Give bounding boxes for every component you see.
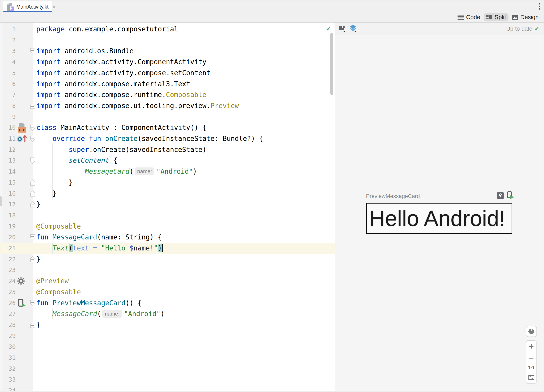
code-text: import androidx.activity.compose.setCont… [36, 67, 210, 78]
fold-region-start-marker[interactable] [30, 125, 35, 131]
overrides-method-icon[interactable] [17, 134, 28, 144]
line-number: 17 [0, 199, 16, 210]
editor-scrollbar[interactable] [330, 33, 333, 95]
code-line[interactable]: 15 } [0, 177, 335, 188]
code-text: } [36, 199, 40, 210]
fold-region-start-marker[interactable] [30, 157, 35, 164]
view-code-button[interactable]: Code [455, 13, 483, 21]
pan-button[interactable] [526, 326, 537, 337]
code-text: MessageCard(name:"Android") [36, 166, 197, 177]
code-line[interactable]: 21 Text(text = "Hello $name!") [0, 243, 335, 254]
preview-settings-gear-icon[interactable] [17, 277, 25, 286]
parameter-hint-chip: name: [135, 167, 154, 175]
code-line[interactable]: 18 [0, 210, 335, 221]
fit-to-screen-icon[interactable] [528, 373, 535, 382]
code-line[interactable]: 16 } [0, 188, 335, 199]
zoom-in-button[interactable]: + [529, 342, 534, 351]
code-line[interactable]: 32 [0, 363, 335, 374]
code-line[interactable]: 24@Preview [0, 276, 335, 286]
fold-region-start-marker[interactable] [30, 300, 35, 306]
preview-rendered-frame[interactable]: Hello Android! [366, 203, 512, 234]
code-editor[interactable]: ✔ 1package com.example.composetutorial23… [0, 23, 335, 391]
code-line[interactable]: 25@Composable [0, 286, 335, 297]
more-options-icon[interactable] [538, 3, 542, 10]
code-line[interactable]: 5import androidx.activity.compose.setCon… [0, 67, 335, 78]
code-line[interactable]: 13 setContent { [0, 155, 335, 166]
code-line[interactable]: 34 [0, 385, 335, 391]
code-line[interactable]: 26fun PreviewMessageCard() { [0, 297, 335, 309]
code-token: (name: String) { [97, 233, 162, 241]
code-line[interactable]: 7import androidx.compose.runtime.Composa… [0, 89, 335, 100]
code-token [101, 135, 105, 143]
tab-mainactivity[interactable]: MainActivity.kt × [3, 1, 52, 12]
fold-region-end-marker[interactable] [30, 201, 35, 208]
preview-canvas[interactable]: PreviewMessageCard Hello Android! [335, 35, 544, 391]
fold-region-end-marker[interactable] [30, 322, 35, 328]
line-number: 11 [0, 133, 16, 144]
code-line[interactable]: 23 [0, 265, 335, 276]
code-token: .onCreate(savedInstanceState) [89, 146, 206, 154]
run-preview-device-icon[interactable] [506, 191, 514, 200]
layers-icon[interactable] [349, 24, 358, 33]
fold-region-end-marker[interactable] [30, 256, 35, 262]
interactive-preview-icon[interactable] [497, 192, 504, 200]
code-text: fun PreviewMessageCard() { [36, 297, 142, 309]
code-token: () { [125, 299, 142, 307]
fold-region-end-marker[interactable] [30, 179, 35, 186]
code-line[interactable]: 2 [0, 35, 335, 46]
code-token: @Preview [36, 277, 69, 285]
code-line[interactable]: 19@Composable [0, 221, 335, 232]
code-line[interactable]: 27 MessageCard(name:"Android") [0, 308, 335, 319]
code-line[interactable]: 31 [0, 352, 335, 363]
zoom-actual-size-button[interactable]: 1:1 [528, 365, 535, 370]
line-number: 12 [0, 144, 16, 155]
line-number: 34 [0, 385, 16, 391]
fold-region-end-marker[interactable] [30, 103, 35, 109]
fold-region-end-marker[interactable] [30, 190, 35, 197]
fold-region-start-marker[interactable] [30, 234, 35, 240]
active-tab-indicator [3, 11, 52, 12]
code-line[interactable]: 29 [0, 330, 335, 341]
close-icon[interactable]: × [52, 4, 56, 10]
code-line[interactable]: 20fun MessageCard(name: String) { [0, 232, 335, 243]
code-token: override [52, 135, 85, 143]
code-text: Text(text = "Hello $name!") [36, 243, 163, 254]
design-view-icon [512, 15, 518, 20]
code-line[interactable]: 8import androidx.compose.ui.tooling.prev… [0, 100, 335, 111]
code-line[interactable]: 22} [0, 254, 335, 265]
kotlin-file-icon [6, 2, 14, 11]
code-line[interactable]: 6import androidx.compose.material3.Text [0, 78, 335, 89]
code-token: (savedInstanceState: Bundle?) { [138, 135, 263, 143]
code-line[interactable]: 11 override fun onCreate(savedInstanceSt… [0, 133, 335, 144]
code-line[interactable]: 28} [0, 319, 335, 330]
code-line[interactable]: 33 [0, 374, 335, 385]
code-line[interactable]: 17} [0, 199, 335, 210]
code-token [85, 135, 89, 143]
code-token: androidx.compose.ui.tooling.preview. [60, 102, 210, 110]
view-design-button[interactable]: Design [510, 13, 541, 21]
code-line[interactable]: 4import androidx.activity.ComponentActiv… [0, 56, 335, 67]
run-preview-device-icon[interactable] [17, 299, 26, 309]
code-token: onCreate [105, 135, 138, 143]
zoom-out-button[interactable]: − [529, 354, 534, 362]
code-token: !" [150, 244, 158, 252]
inspections-ok-icon[interactable]: ✔ [326, 25, 331, 33]
code-line[interactable]: 30 [0, 341, 335, 352]
fold-region-start-marker[interactable] [30, 136, 35, 142]
line-number: 4 [0, 56, 16, 67]
line-number: 32 [0, 363, 16, 374]
code-line[interactable]: 1package com.example.composetutorial [0, 24, 335, 35]
class-related-code-icon[interactable] [17, 122, 27, 134]
code-text: import android.os.Bundle [36, 46, 134, 56]
view-split-button[interactable]: Split [484, 13, 508, 21]
code-line[interactable]: 3import android.os.Bundle [0, 46, 335, 56]
line-number: 10 [0, 122, 16, 133]
code-text: @Preview [36, 276, 69, 286]
code-token: @Composable [36, 288, 81, 296]
fold-region-start-marker[interactable] [30, 48, 35, 54]
code-line[interactable]: 9 [0, 111, 335, 122]
code-line[interactable]: 12 super.onCreate(savedInstanceState) [0, 144, 335, 155]
code-line[interactable]: 10class MainActivity : ComponentActivity… [0, 122, 335, 133]
grid-view-icon[interactable] [339, 24, 346, 33]
code-line[interactable]: 14 MessageCard(name:"Android") [0, 166, 335, 177]
